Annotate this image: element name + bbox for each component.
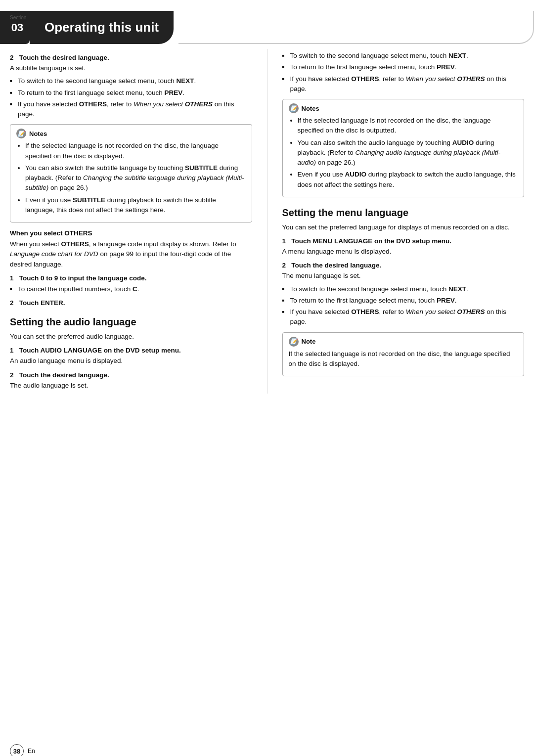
- bullet-others: If you have selected OTHERS, refer to Wh…: [10, 99, 252, 120]
- section-label: Section: [10, 15, 26, 20]
- menu-step2-heading: 2 Touch the desired language.: [282, 262, 525, 269]
- bullet-prev: To return to the first language select m…: [10, 88, 252, 98]
- notes-icon: 📝: [16, 129, 26, 138]
- step2-bullets: To switch to the second language select …: [10, 76, 252, 119]
- menu-bullet-next: To switch to the second language select …: [282, 284, 525, 294]
- input-code-heading: 1 Touch 0 to 9 to input the language cod…: [10, 274, 252, 282]
- menu-step1-body: A menu language menu is displayed.: [282, 247, 525, 257]
- right-bullet-prev: To return to the first language select m…: [282, 62, 525, 72]
- right-note-box: 📝 Note If the selected language is not r…: [282, 332, 525, 377]
- audio-language-intro: You can set the preferred audio language…: [10, 332, 252, 342]
- audio-step1-body: An audio language menu is displayed.: [10, 356, 252, 366]
- left-notes-title: 📝 Notes: [16, 129, 246, 138]
- audio-step2-body: The audio language is set.: [10, 381, 252, 391]
- menu-bullet-prev: To return to the first language select m…: [282, 296, 525, 306]
- menu-step1-heading: 1 Touch MENU LANGUAGE on the DVD setup m…: [282, 237, 525, 245]
- right-note-2: You can also switch the audio language b…: [298, 138, 518, 168]
- right-notes-title: 📝 Notes: [289, 103, 518, 113]
- main-content: 2 Touch the desired language. A subtitle…: [0, 49, 534, 394]
- right-notes-icon: 📝: [289, 103, 299, 113]
- right-note-icon: 📝: [289, 337, 299, 347]
- page-header: 03 Operating this unit: [0, 11, 534, 44]
- right-note-body: If the selected language is not recorded…: [289, 349, 518, 369]
- left-note-3: Even if you use SUBTITLE during playback…: [25, 195, 246, 216]
- right-note-1: If the selected language is not recorded…: [298, 116, 518, 136]
- left-note-1: If the selected language is not recorded…: [25, 141, 246, 161]
- footer-lang: En: [28, 748, 35, 755]
- left-column: 2 Touch the desired language. A subtitle…: [10, 49, 267, 394]
- subtitle-set-text: A subtitle language is set.: [10, 63, 252, 73]
- when-others-heading: When you select OTHERS: [10, 229, 252, 237]
- right-column: To switch to the second language select …: [267, 49, 525, 394]
- header-right-box: [178, 11, 534, 44]
- page-footer: 38 En: [10, 744, 35, 756]
- audio-language-title: Setting the audio language: [10, 316, 252, 328]
- page-title: Operating this unit: [30, 11, 174, 44]
- right-note-3: Even if you use AUDIO during playback to…: [298, 170, 518, 190]
- bullet-next: To switch to the second language select …: [10, 76, 252, 86]
- left-notes-list: If the selected language is not recorded…: [16, 141, 246, 215]
- menu-bullet-others: If you have selected OTHERS, refer to Wh…: [282, 307, 525, 327]
- right-bullet-next: To switch to the second language select …: [282, 51, 525, 61]
- cancel-bullet: To cancel the inputted numbers, touch C.: [10, 284, 252, 294]
- right-notes-list: If the selected language is not recorded…: [289, 116, 518, 190]
- right-bullet-others: If you have selected OTHERS, refer to Wh…: [282, 74, 525, 94]
- cancel-bullet-item: To cancel the inputted numbers, touch C.: [10, 284, 252, 294]
- page: Section 03 Operating this unit 2 Touch t…: [0, 11, 534, 756]
- touch-enter-heading: 2 Touch ENTER.: [10, 299, 252, 307]
- menu-step2-bullets: To switch to the second language select …: [282, 284, 525, 327]
- right-notes-box: 📝 Notes If the selected language is not …: [282, 99, 525, 197]
- when-others-section: When you select OTHERS When you select O…: [10, 229, 252, 307]
- menu-language-intro: You can set the preferred language for d…: [282, 222, 525, 232]
- step2-touch-language-heading: 2 Touch the desired language.: [10, 54, 252, 61]
- menu-language-title: Setting the menu language: [282, 207, 525, 219]
- when-others-body: When you select OTHERS, a language code …: [10, 239, 252, 269]
- menu-step2-body: The menu language is set.: [282, 271, 525, 281]
- audio-step1-heading: 1 Touch AUDIO LANGUAGE on the DVD setup …: [10, 347, 252, 354]
- right-top-bullets: To switch to the second language select …: [282, 51, 525, 94]
- right-note-title: 📝 Note: [289, 337, 518, 347]
- audio-step2-heading: 2 Touch the desired language.: [10, 371, 252, 379]
- page-number: 38: [10, 744, 24, 756]
- left-note-2: You can also switch the subtitle languag…: [25, 163, 246, 193]
- left-notes-box: 📝 Notes If the selected language is not …: [10, 124, 252, 222]
